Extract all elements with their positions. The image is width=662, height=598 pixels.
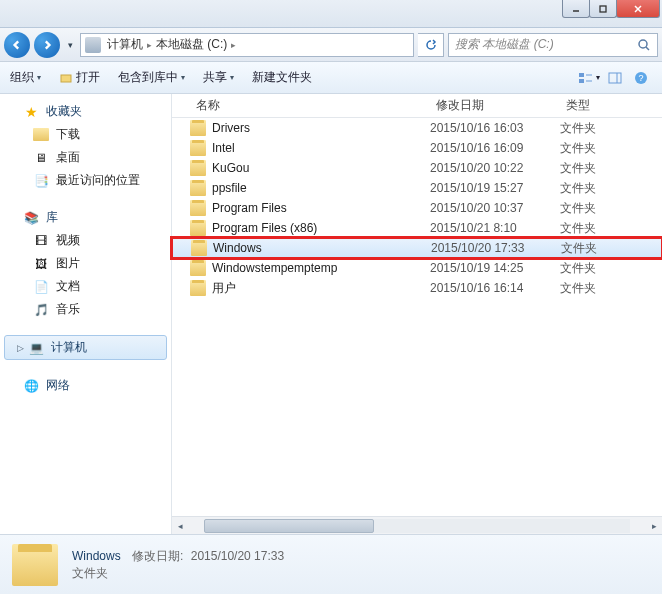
sidebar-item-computer[interactable]: ▷💻 计算机 [4,335,167,360]
search-icon [637,38,651,52]
libraries-group[interactable]: 📚 库 [0,206,171,229]
svg-rect-11 [609,73,621,83]
scroll-right-arrow[interactable]: ▸ [646,518,662,534]
file-row[interactable]: ppsfile2015/10/19 15:27文件夹 [172,178,662,198]
preview-pane-button[interactable] [604,67,626,89]
sidebar-item-downloads[interactable]: 下载 [0,123,171,146]
search-placeholder: 搜索 本地磁盘 (C:) [455,36,554,53]
file-date: 2015/10/21 8:10 [430,221,560,235]
libraries-label: 库 [46,209,58,226]
chevron-right-icon: ▸ [147,40,152,50]
column-name[interactable]: 名称 [190,97,430,114]
maximize-button[interactable] [589,0,617,18]
computer-icon: 💻 [27,340,45,356]
sidebar-item-music[interactable]: 🎵音乐 [0,298,171,321]
column-date[interactable]: 修改日期 [430,97,560,114]
svg-text:?: ? [638,73,643,83]
file-date: 2015/10/19 14:25 [430,261,560,275]
sidebar-item-network[interactable]: 🌐 网络 [0,374,171,397]
minimize-button[interactable] [562,0,590,18]
file-row[interactable]: Program Files (x86)2015/10/21 8:10文件夹 [172,218,662,238]
folder-icon [190,260,206,276]
svg-rect-8 [579,79,584,83]
help-button[interactable]: ? [630,67,652,89]
details-date-label: 修改日期: [132,549,183,563]
details-pane: Windows 修改日期: 2015/10/20 17:33 文件夹 [0,534,662,594]
toolbar: 组织▾ 打开 包含到库中▾ 共享▾ 新建文件夹 ▾ ? [0,62,662,94]
folder-icon [190,280,206,296]
file-date: 2015/10/16 16:14 [430,281,560,295]
share-menu[interactable]: 共享▾ [203,69,234,86]
library-icon: 📚 [22,210,40,226]
svg-point-4 [639,40,647,48]
desktop-icon: 🖥 [32,150,50,166]
sidebar-item-desktop[interactable]: 🖥桌面 [0,146,171,169]
scroll-left-arrow[interactable]: ◂ [172,518,188,534]
folder-icon [190,120,206,136]
scroll-thumb[interactable] [204,519,374,533]
forward-button[interactable] [34,32,60,58]
details-date: 2015/10/20 17:33 [191,549,284,563]
breadcrumb[interactable]: 计算机 [107,36,143,53]
file-name: ppsfile [212,181,430,195]
file-type: 文件夹 [561,240,631,257]
navigation-pane: ★ 收藏夹 下载 🖥桌面 📑最近访问的位置 📚 库 🎞视频 🖼图片 📄文档 🎵音… [0,94,172,534]
folder-icon [190,140,206,156]
new-folder-button[interactable]: 新建文件夹 [252,69,312,86]
folder-icon [190,220,206,236]
favorites-label: 收藏夹 [46,103,82,120]
downloads-icon [32,127,50,143]
close-button[interactable] [616,0,660,18]
file-name: Intel [212,141,430,155]
file-row[interactable]: KuGou2015/10/20 10:22文件夹 [172,158,662,178]
chevron-right-icon: ▸ [231,40,236,50]
column-type[interactable]: 类型 [560,97,630,114]
file-type: 文件夹 [560,160,630,177]
svg-rect-1 [600,6,606,12]
file-type: 文件夹 [560,220,630,237]
organize-menu[interactable]: 组织▾ [10,69,41,86]
file-name: Drivers [212,121,430,135]
search-input[interactable]: 搜索 本地磁盘 (C:) [448,33,658,57]
refresh-button[interactable] [418,33,444,57]
column-headers[interactable]: 名称 修改日期 类型 [172,94,662,118]
picture-icon: 🖼 [32,256,50,272]
open-icon [59,71,73,85]
recent-icon: 📑 [32,173,50,189]
back-button[interactable] [4,32,30,58]
address-bar[interactable]: 计算机▸ 本地磁盘 (C:)▸ [80,33,414,57]
file-date: 2015/10/19 15:27 [430,181,560,195]
details-name: Windows [72,549,121,563]
horizontal-scrollbar[interactable]: ◂ ▸ [172,516,662,534]
sidebar-item-documents[interactable]: 📄文档 [0,275,171,298]
file-row[interactable]: Program Files2015/10/20 10:37文件夹 [172,198,662,218]
file-row[interactable]: Drivers2015/10/16 16:03文件夹 [172,118,662,138]
folder-icon [12,544,58,586]
sidebar-item-recent[interactable]: 📑最近访问的位置 [0,169,171,192]
file-date: 2015/10/20 10:22 [430,161,560,175]
sidebar-item-videos[interactable]: 🎞视频 [0,229,171,252]
file-name: Windowstempemptemp [212,261,430,275]
window-titlebar [0,0,662,28]
file-date: 2015/10/16 16:03 [430,121,560,135]
favorites-group[interactable]: ★ 收藏夹 [0,100,171,123]
sidebar-item-pictures[interactable]: 🖼图片 [0,252,171,275]
file-name: Program Files (x86) [212,221,430,235]
file-row[interactable]: Windows2015/10/20 17:33文件夹 [172,238,662,258]
file-row[interactable]: Windowstempemptemp2015/10/19 14:25文件夹 [172,258,662,278]
file-row[interactable]: Intel2015/10/16 16:09文件夹 [172,138,662,158]
svg-rect-6 [61,75,71,82]
svg-rect-7 [579,73,584,77]
view-menu[interactable]: ▾ [578,67,600,89]
video-icon: 🎞 [32,233,50,249]
file-row[interactable]: 用户2015/10/16 16:14文件夹 [172,278,662,298]
file-date: 2015/10/20 10:37 [430,201,560,215]
history-dropdown[interactable]: ▾ [64,36,76,54]
breadcrumb[interactable]: 本地磁盘 (C:) [156,36,227,53]
folder-icon [190,160,206,176]
open-button[interactable]: 打开 [59,69,100,86]
navigation-bar: ▾ 计算机▸ 本地磁盘 (C:)▸ 搜索 本地磁盘 (C:) [0,28,662,62]
file-name: Program Files [212,201,430,215]
star-icon: ★ [22,104,40,120]
include-menu[interactable]: 包含到库中▾ [118,69,185,86]
